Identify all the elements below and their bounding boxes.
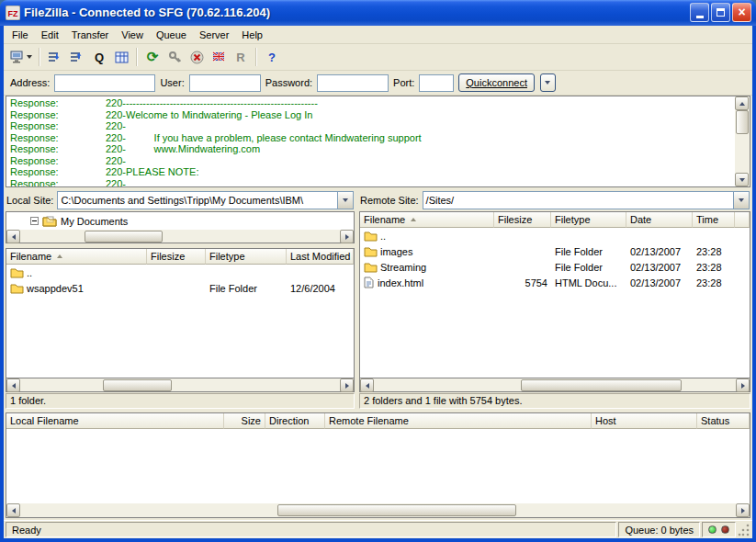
scroll-left-button[interactable] <box>360 378 374 392</box>
log-line: Response:220-PLEASE NOTE: <box>10 166 735 178</box>
remote-list-hscrollbar[interactable] <box>359 378 750 392</box>
local-site-label: Local Site: <box>6 195 53 206</box>
local-site-combobox[interactable]: C:\Documents and Settings\Tripp\My Docum… <box>57 191 354 209</box>
column-header-remote-filename[interactable]: Remote Filename <box>325 413 592 429</box>
local-list-hscrollbar[interactable] <box>6 378 355 392</box>
scrollbar-thumb[interactable] <box>736 110 749 134</box>
local-site-path: C:\Documents and Settings\Tripp\My Docum… <box>58 195 337 206</box>
column-header-date[interactable]: Date <box>626 212 693 228</box>
menu-queue[interactable]: Queue <box>150 28 193 42</box>
remote-panel: Remote Site: /Sites/ Filename Filesize F… <box>359 189 750 409</box>
queue-empty-area <box>6 429 750 503</box>
arrow-right-icon <box>345 383 349 389</box>
scroll-left-button[interactable] <box>6 378 20 392</box>
scroll-down-button[interactable] <box>735 173 749 186</box>
reconnect-button[interactable]: R <box>230 47 252 68</box>
table-row[interactable]: Streaming File Folder 02/13/2007 23:28 <box>360 259 750 275</box>
scroll-right-button[interactable] <box>736 378 750 392</box>
menu-file[interactable]: File <box>6 28 35 42</box>
remote-file-list: Filename Filesize Filetype Date Time .. <box>359 211 750 378</box>
connection-indicator-section <box>702 522 736 537</box>
my-documents-icon <box>42 215 57 227</box>
cancel-icon <box>190 51 204 64</box>
log-line: Response:220- <box>10 155 735 167</box>
remote-site-dropdown-button[interactable] <box>733 192 749 209</box>
column-header-host[interactable]: Host <box>592 413 697 429</box>
queue-hscrollbar[interactable] <box>6 503 750 517</box>
minimize-button[interactable] <box>690 3 709 22</box>
scrollbar-thumb[interactable] <box>277 504 516 516</box>
folder-icon <box>10 267 24 278</box>
local-site-dropdown-button[interactable] <box>337 192 353 209</box>
column-header-filetype[interactable]: Filetype <box>206 249 287 265</box>
table-row[interactable]: index.html 5754 HTML Docu... 02/13/2007 … <box>360 275 750 290</box>
toggle-remote-view-button[interactable] <box>110 47 132 68</box>
scrollbar-thumb[interactable] <box>521 379 682 391</box>
column-header-filename[interactable]: Filename <box>6 249 147 265</box>
menu-view[interactable]: View <box>115 28 150 42</box>
quickconnect-dropdown-button[interactable] <box>540 73 556 92</box>
column-header-status[interactable]: Status <box>697 413 750 429</box>
table-row[interactable]: wsappdev51 File Folder 12/6/2004 <box>6 280 354 296</box>
column-header-size[interactable]: Size <box>224 413 265 429</box>
resize-grip[interactable] <box>738 523 750 537</box>
column-header-filetype[interactable]: Filetype <box>551 212 626 228</box>
scroll-left-button[interactable] <box>6 503 20 517</box>
remote-site-combobox[interactable]: /Sites/ <box>423 191 750 209</box>
address-input[interactable] <box>54 74 155 92</box>
column-header-local-filename[interactable]: Local Filename <box>6 413 224 429</box>
chevron-down-icon <box>739 198 744 202</box>
menu-edit[interactable]: Edit <box>35 28 65 42</box>
folder-icon <box>364 262 378 273</box>
scrollbar-thumb[interactable] <box>85 231 163 243</box>
arrow-right-icon <box>345 234 349 240</box>
user-input[interactable] <box>189 74 261 92</box>
table-row[interactable]: .. <box>360 228 750 243</box>
column-header-filesize[interactable]: Filesize <box>147 249 206 265</box>
toggle-local-treeview-button[interactable] <box>66 47 88 68</box>
scrollbar-thumb[interactable] <box>103 379 172 391</box>
scroll-left-button[interactable] <box>6 230 20 243</box>
column-header-filename[interactable]: Filename <box>360 212 494 228</box>
log-line: Response:220-Welcome to Mindwatering - P… <box>10 109 735 121</box>
local-tree-hscrollbar[interactable] <box>6 230 355 243</box>
abort-button[interactable] <box>186 47 208 68</box>
disconnect-button[interactable] <box>164 47 186 68</box>
close-button[interactable]: × <box>732 3 751 22</box>
table-row[interactable]: .. <box>6 265 354 280</box>
scroll-right-button[interactable] <box>736 503 750 517</box>
port-input[interactable] <box>419 74 454 92</box>
refresh-button[interactable]: ⟳ <box>141 47 164 68</box>
log-vertical-scrollbar[interactable] <box>735 96 750 186</box>
menubar: File Edit Transfer View Queue Server Hel… <box>4 26 752 44</box>
menu-server[interactable]: Server <box>193 28 235 42</box>
site-manager-button[interactable] <box>7 47 35 68</box>
menu-transfer[interactable]: Transfer <box>65 28 116 42</box>
password-input[interactable] <box>317 74 389 92</box>
maximize-icon <box>717 8 725 17</box>
reconnect-icon: R <box>236 51 244 64</box>
tree-item-my-documents[interactable]: My Documents <box>61 216 128 227</box>
toggle-queue-button[interactable]: Q <box>88 47 110 68</box>
tree-expander-icon[interactable] <box>30 217 39 225</box>
column-header-time[interactable]: Time <box>693 212 735 228</box>
folder-icon <box>10 283 24 294</box>
help-button[interactable]: ? <box>261 47 283 68</box>
arrow-up-icon <box>739 102 745 106</box>
scroll-right-button[interactable] <box>340 230 354 243</box>
column-header-extra[interactable] <box>735 212 750 228</box>
scroll-right-button[interactable] <box>340 378 354 392</box>
flag-button[interactable] <box>208 47 230 68</box>
app-icon[interactable]: FZ <box>6 6 20 20</box>
column-header-last-modified[interactable]: Last Modified <box>287 249 354 265</box>
column-header-filesize[interactable]: Filesize <box>494 212 551 228</box>
toggle-message-log-button[interactable] <box>44 47 66 68</box>
quickconnect-button[interactable]: Quickconnect <box>458 73 535 92</box>
menu-help[interactable]: Help <box>235 28 269 42</box>
dropdown-arrow-icon <box>27 55 32 59</box>
maximize-button[interactable] <box>711 3 730 22</box>
scroll-up-button[interactable] <box>735 96 749 110</box>
table-row[interactable]: images File Folder 02/13/2007 23:28 <box>360 243 750 259</box>
column-header-direction[interactable]: Direction <box>265 413 325 429</box>
log-lines: Response:220----------------------------… <box>6 96 735 186</box>
